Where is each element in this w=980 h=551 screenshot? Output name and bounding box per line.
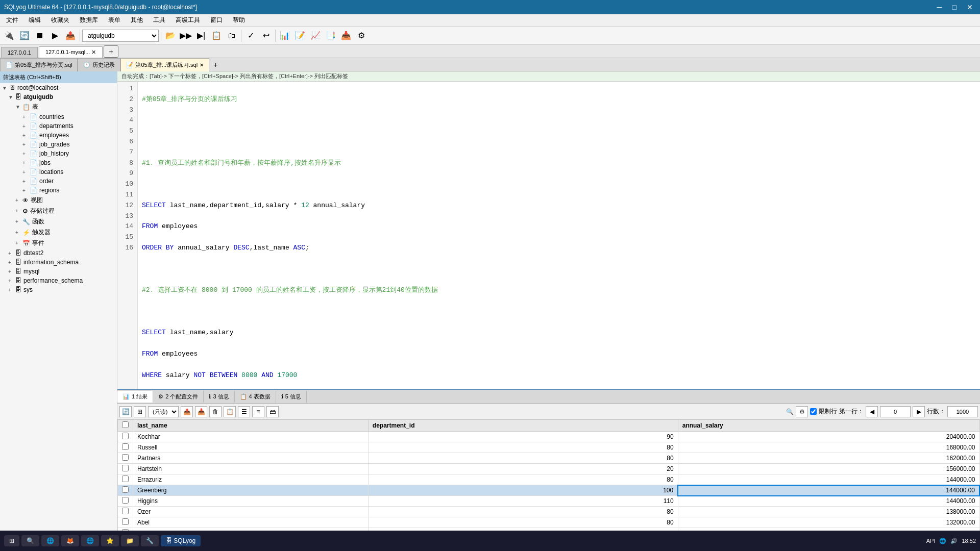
results-tab-5[interactable]: ℹ 5 信息 (276, 391, 307, 403)
code-content[interactable]: #第05章_排序与分页的课后练习 #1. 查询员工的姓名和部门号和年薪，按年薪降… (138, 82, 980, 389)
new-conn-button[interactable]: 🔌 (2, 29, 16, 43)
tree-node-countries[interactable]: + 📄 countries (0, 112, 117, 121)
cell-annual-salary[interactable]: 168000.00 (678, 442, 979, 453)
taskbar-edge[interactable]: 🌐 (41, 535, 59, 546)
tree-node-mysql[interactable]: + 🗄 mysql (0, 267, 117, 276)
cell-last-name[interactable]: Kochhar (133, 432, 369, 442)
menu-edit[interactable]: 编辑 (24, 15, 45, 26)
cell-last-name[interactable]: Partners (133, 453, 369, 464)
cell-annual-salary[interactable]: 156000.00 (678, 464, 979, 474)
format-button[interactable]: 📋 (209, 29, 224, 43)
results-tab-3[interactable]: ℹ 3 信息 (204, 391, 234, 403)
cell-annual-salary-active[interactable]: 144000.00 (678, 485, 979, 496)
tree-node-perf-schema[interactable]: + 🗄 performance_schema (0, 276, 117, 285)
open-file-button[interactable]: 📂 (163, 29, 178, 43)
tree-node-functions[interactable]: + 🔧 函数 (0, 216, 117, 227)
tree-node-triggers[interactable]: + ⚡ 触发器 (0, 227, 117, 238)
cell-dept-id[interactable]: 80 (368, 507, 678, 517)
tree-node-job-grades[interactable]: + 📄 job_grades (0, 140, 117, 149)
tree-node-jobs[interactable]: + 📄 jobs (0, 158, 117, 167)
add-query-tab-button[interactable]: + (209, 60, 222, 70)
menu-tools[interactable]: 工具 (149, 15, 169, 26)
query-tab-3-close[interactable]: ✕ (200, 62, 204, 68)
next-page-btn[interactable]: ▶ (913, 406, 925, 417)
results-refresh-btn[interactable]: 🔄 (119, 406, 132, 417)
maximize-button[interactable]: □ (949, 2, 960, 12)
limit-rows-checkbox[interactable] (810, 408, 817, 415)
cell-annual-salary[interactable]: 144000.00 (678, 496, 979, 507)
cell-dept-id[interactable]: 80 (368, 474, 678, 485)
tree-node-views[interactable]: + 👁 视图 (0, 195, 117, 206)
menu-database[interactable]: 数据库 (76, 15, 102, 26)
results-export-btn[interactable]: 📤 (181, 406, 193, 417)
results-tab-2[interactable]: ⚙ 2 个配置文件 (153, 391, 204, 403)
cell-last-name[interactable]: Russell (133, 442, 369, 453)
execute-current-button[interactable]: ▶| (194, 29, 208, 43)
row-checkbox[interactable] (118, 496, 133, 507)
menu-help[interactable]: 帮助 (229, 15, 249, 26)
menu-other[interactable]: 其他 (127, 15, 147, 26)
results-tab-1[interactable]: 📊 1 结果 (117, 391, 153, 403)
start-button[interactable]: ⊞ (4, 535, 19, 546)
cell-dept-id[interactable]: 100 (368, 485, 678, 496)
taskbar-chrome[interactable]: 🌐 (81, 535, 99, 546)
menu-favorites[interactable]: 收藏夹 (47, 15, 74, 26)
tree-node-dbtest2[interactable]: + 🗄 dbtest2 (0, 248, 117, 258)
sidebar-filter[interactable]: 筛选表格 (Ctrl+Shift+B) (0, 71, 117, 83)
cell-last-name[interactable]: Errazuriz (133, 474, 369, 485)
results-copy-btn[interactable]: 📋 (224, 406, 236, 417)
taskbar-sqlnog[interactable]: 🗄 SQLyog (161, 535, 201, 546)
query-tab-3[interactable]: 📝 第05章_排...课后练习.sql ✕ (120, 58, 209, 71)
cell-dept-id[interactable]: 110 (368, 496, 678, 507)
cell-last-name[interactable]: Hartstein (133, 464, 369, 474)
cell-dept-id[interactable]: 90 (368, 432, 678, 442)
cell-dept-id[interactable]: 20 (368, 464, 678, 474)
row-count-input[interactable] (947, 406, 978, 417)
schema-button[interactable]: 🗂 (225, 29, 239, 43)
import-button[interactable]: 📥 (339, 29, 353, 43)
query-tab-1[interactable]: 📄 第05章_排序与分页.sql (0, 58, 78, 71)
taskbar-tools[interactable]: 🔧 (141, 535, 159, 546)
select-all-checkbox[interactable] (122, 421, 129, 428)
tree-node-sys[interactable]: + 🗄 sys (0, 285, 117, 294)
cell-dept-id[interactable]: 80 (368, 517, 678, 528)
results-tab-4[interactable]: 📋 4 表数据 (235, 391, 276, 403)
row-checkbox[interactable] (118, 474, 133, 485)
tree-node-order[interactable]: + 📄 order (0, 177, 117, 186)
window-controls[interactable]: ─ □ ✕ (934, 2, 976, 12)
cell-last-name[interactable]: Greenberg (133, 485, 369, 496)
results-settings-btn[interactable]: ⚙ (796, 406, 808, 417)
results-mode-select[interactable]: (只读) 编辑 (148, 406, 179, 417)
row-checkbox[interactable] (118, 442, 133, 453)
tree-node-root[interactable]: ▼ 🖥 root@localhost (0, 83, 117, 92)
minimize-button[interactable]: ─ (934, 2, 945, 12)
col-department-id[interactable]: department_id (368, 420, 678, 432)
cell-last-name[interactable]: Ozer (133, 507, 369, 517)
tree-node-procedures[interactable]: + ⚙ 存储过程 (0, 206, 117, 216)
results-grid-btn[interactable]: ⊞ (134, 406, 146, 417)
tree-node-job-history[interactable]: + 📄 job_history (0, 149, 117, 158)
stop-button[interactable]: ⏹ (33, 29, 47, 43)
database-selector[interactable]: atguigudb information_schema mysql perfo… (82, 30, 159, 42)
results-list-btn[interactable]: ≡ (252, 406, 264, 417)
taskbar-explorer[interactable]: 📁 (121, 535, 139, 546)
query-tab-2[interactable]: 🕐 历史记录 (78, 58, 120, 71)
results-col-toggle-btn[interactable]: ☰ (238, 406, 250, 417)
settings-button[interactable]: ⚙ (354, 29, 369, 43)
results-delete-btn[interactable]: 🗑 (209, 406, 222, 417)
results-import-btn[interactable]: 📥 (195, 406, 207, 417)
menu-file[interactable]: 文件 (2, 15, 22, 26)
execute-all-button[interactable]: ▶▶ (179, 29, 193, 43)
refresh-button[interactable]: 🔄 (17, 29, 32, 43)
row-checkbox[interactable] (118, 464, 133, 474)
form-view-button[interactable]: 📝 (293, 29, 307, 43)
col-checkbox[interactable] (118, 420, 133, 432)
menu-advanced[interactable]: 高级工具 (172, 15, 204, 26)
menu-window[interactable]: 窗口 (206, 15, 227, 26)
cell-annual-salary[interactable]: 132000.00 (678, 517, 979, 528)
row-checkbox[interactable] (118, 485, 133, 496)
first-row-input[interactable] (880, 406, 911, 417)
tree-node-atguigudb[interactable]: ▼ 🗄 atguigudb (0, 92, 117, 102)
tree-node-events[interactable]: + 📅 事件 (0, 238, 117, 248)
row-checkbox[interactable] (118, 432, 133, 442)
